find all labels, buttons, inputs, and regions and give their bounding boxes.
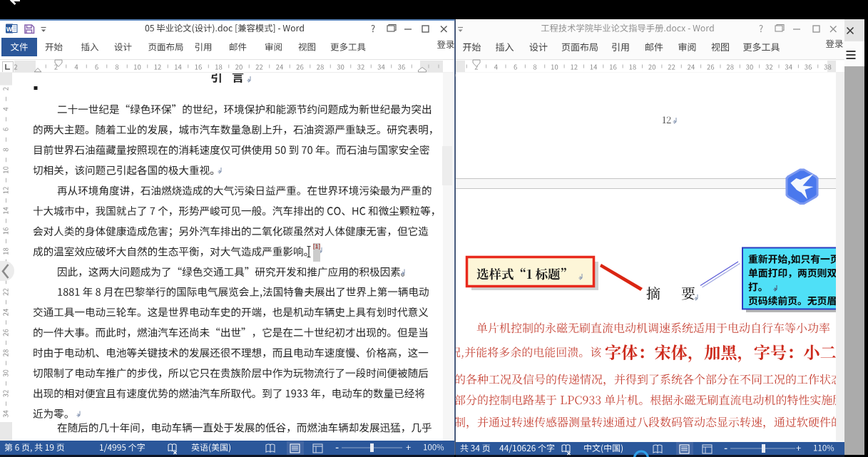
- svg-text:W: W: [6, 26, 13, 33]
